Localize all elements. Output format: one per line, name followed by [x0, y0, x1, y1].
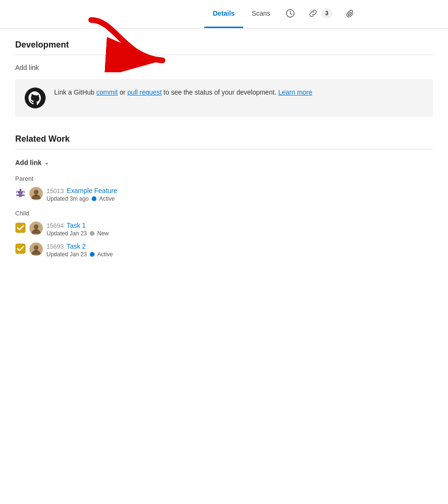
tab-bar: Details Scans 3 [0, 0, 448, 29]
task-icon-15693 [15, 243, 26, 254]
related-work-title: Related Work [15, 134, 433, 144]
work-item-15693: 15693 Task 2 Updated Jan 23 Active [15, 242, 433, 258]
svg-point-2 [25, 87, 46, 108]
work-item-id: 15693 [47, 243, 64, 250]
avatar-icon [29, 242, 43, 256]
related-work-divider [15, 149, 433, 149]
work-item-id: 15694 [47, 222, 64, 229]
svg-point-13 [34, 245, 38, 250]
feature-icon [15, 188, 26, 198]
status-dot-active-2 [90, 252, 95, 257]
svg-rect-4 [19, 196, 22, 197]
links-icon [308, 9, 318, 18]
child-group-label: Child [15, 210, 433, 217]
attachments-icon-btn[interactable] [339, 0, 362, 28]
work-item-link-15694[interactable]: Task 1 [67, 222, 86, 229]
development-title: Development [15, 40, 433, 50]
task-checked-icon-2 [15, 243, 26, 254]
work-item-content-15694: 15694 Task 1 Updated Jan 23 New [47, 222, 109, 237]
svg-point-7 [34, 190, 38, 194]
related-work-section: Related Work Add link ⌄ Parent [15, 134, 433, 258]
avatar-15013 [29, 187, 43, 200]
dev-add-link-button[interactable]: Add link [15, 63, 39, 72]
work-item-link-15693[interactable]: Task 2 [67, 242, 86, 250]
svg-rect-3 [16, 194, 25, 196]
status-dot-active [92, 196, 96, 201]
links-icon-btn[interactable]: 3 [302, 0, 339, 28]
links-badge: 3 [322, 8, 332, 19]
github-logo-icon [25, 87, 46, 108]
learn-more-link[interactable]: Learn more [278, 88, 313, 96]
work-item-meta-15013: Updated 3m ago Active [47, 195, 117, 202]
chevron-down-icon: ⌄ [44, 159, 49, 166]
history-icon [286, 9, 295, 18]
child-group: Child [15, 210, 433, 258]
commit-link[interactable]: commit [96, 88, 118, 96]
avatar-15694 [29, 222, 43, 235]
tab-details[interactable]: Details [204, 0, 243, 28]
status-dot-new [90, 231, 95, 236]
avatar-icon [29, 222, 43, 235]
trophy-icon [15, 188, 26, 198]
work-item: 15013 Example Feature Updated 3m ago Act… [15, 187, 433, 202]
work-item-meta-15693: Updated Jan 23 Active [47, 251, 113, 258]
avatar-icon [29, 187, 43, 200]
development-section: Development Add link Link a GitHub com [15, 40, 433, 117]
work-item-meta-15694: Updated Jan 23 New [47, 230, 109, 237]
task-icon-15694 [15, 223, 26, 233]
task-checked-icon [15, 223, 26, 233]
parent-group-label: Parent [15, 175, 433, 182]
github-info-box: Link a GitHub commit or pull request to … [15, 79, 433, 117]
svg-rect-5 [19, 189, 21, 191]
work-item-content-15013: 15013 Example Feature Updated 3m ago Act… [47, 187, 117, 202]
work-item-link-15013[interactable]: Example Feature [67, 187, 117, 194]
pull-request-link[interactable]: pull request [127, 88, 162, 96]
attachments-icon [345, 9, 355, 18]
github-info-text: Link a GitHub commit or pull request to … [54, 87, 312, 97]
work-item-content-15693: 15693 Task 2 Updated Jan 23 Active [47, 242, 113, 258]
history-icon-btn[interactable] [279, 0, 302, 28]
tab-scans[interactable]: Scans [243, 0, 279, 28]
avatar-15693 [29, 242, 43, 256]
related-add-link-button[interactable]: Add link ⌄ [15, 157, 49, 168]
work-item-15694: 15694 Task 1 Updated Jan 23 New [15, 222, 433, 237]
work-item-id: 15013 [47, 187, 64, 194]
development-divider [15, 55, 433, 55]
parent-group: Parent [15, 175, 433, 202]
main-content: Development Add link Link a GitHub com [0, 29, 448, 277]
svg-point-10 [34, 224, 38, 229]
